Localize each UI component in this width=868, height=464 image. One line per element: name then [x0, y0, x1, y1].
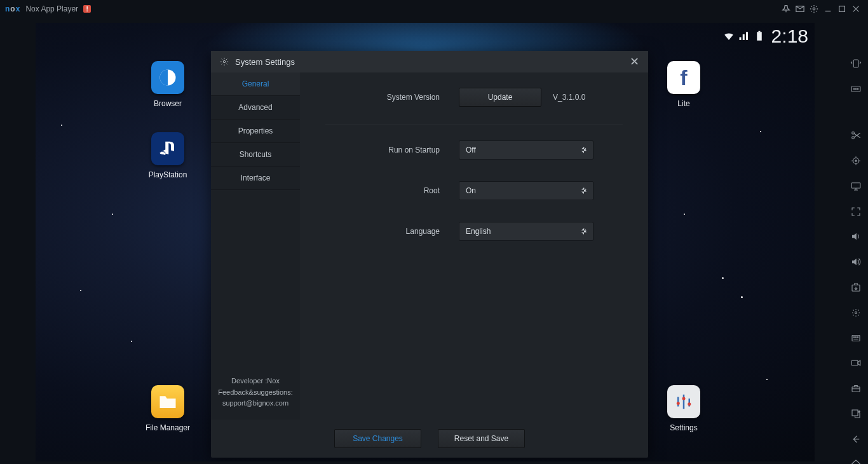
- update-button[interactable]: Update: [459, 88, 541, 107]
- minimize-button[interactable]: [821, 2, 835, 16]
- side-toolbar: [844, 23, 868, 464]
- svg-rect-4: [758, 31, 760, 32]
- svg-point-18: [855, 160, 857, 161]
- app-filemanager-label: File Manager: [146, 423, 190, 432]
- svg-point-14: [857, 88, 858, 90]
- window-titlebar: nox Nox App Player !: [0, 0, 868, 18]
- app-playstation[interactable]: PlayStation: [142, 132, 193, 179]
- gear-icon: [220, 57, 229, 66]
- svg-rect-26: [851, 361, 858, 366]
- apk-install-icon[interactable]: [850, 281, 862, 294]
- battery-icon: [754, 31, 765, 42]
- svg-point-23: [853, 336, 855, 338]
- shake-icon[interactable]: [850, 57, 862, 70]
- svg-point-12: [853, 88, 855, 90]
- app-lite[interactable]: f Lite: [658, 61, 709, 108]
- select-language[interactable]: English: [459, 222, 593, 241]
- svg-point-15: [852, 132, 855, 135]
- svg-rect-3: [757, 32, 762, 41]
- svg-rect-22: [852, 335, 860, 341]
- app-settings-label: Settings: [670, 423, 697, 432]
- pin-icon[interactable]: [779, 2, 793, 16]
- mail-icon[interactable]: [793, 2, 807, 16]
- settings-sidebar: General Advanced Properties Shortcuts In…: [211, 72, 300, 420]
- video-recorder-icon[interactable]: [850, 357, 862, 369]
- developer-info: Developer :Nox Feedback&suggestions: sup…: [211, 369, 300, 420]
- select-root[interactable]: On: [459, 181, 593, 200]
- fullscreen-icon[interactable]: [850, 205, 862, 218]
- app-playstation-label: PlayStation: [149, 170, 187, 179]
- settings-content: System Version Update V_3.1.0.0 Run on S…: [300, 72, 648, 420]
- tab-shortcuts[interactable]: Shortcuts: [211, 143, 300, 167]
- android-statusbar: 2:18: [723, 25, 808, 47]
- status-time: 2:18: [771, 25, 808, 47]
- svg-point-16: [852, 137, 855, 139]
- wifi-icon: [723, 31, 735, 42]
- volume-down-icon[interactable]: [850, 256, 862, 268]
- label-language: Language: [325, 227, 459, 236]
- nox-logo: nox: [5, 4, 20, 13]
- svg-rect-10: [853, 60, 858, 67]
- multi-instance-icon[interactable]: [850, 306, 862, 319]
- home-icon[interactable]: [850, 458, 862, 464]
- back-icon[interactable]: [850, 433, 862, 446]
- svg-rect-28: [852, 410, 858, 416]
- label-root: Root: [325, 186, 459, 195]
- tab-interface[interactable]: Interface: [211, 167, 300, 190]
- settings-dialog: System Settings ✕ General Advanced Prope…: [211, 51, 648, 458]
- svg-point-8: [688, 402, 691, 406]
- maximize-button[interactable]: [835, 2, 849, 16]
- save-changes-button[interactable]: Save Changes: [334, 429, 421, 448]
- select-run-on-startup[interactable]: Off: [459, 140, 593, 160]
- macro-recorder-icon[interactable]: [850, 332, 862, 345]
- dialog-header: System Settings ✕: [211, 51, 648, 72]
- toolbox-icon[interactable]: [850, 382, 862, 395]
- svg-point-9: [223, 60, 226, 63]
- svg-rect-27: [852, 387, 860, 392]
- location-icon[interactable]: [850, 154, 862, 167]
- svg-rect-19: [851, 183, 860, 188]
- app-settings[interactable]: Settings: [658, 385, 709, 432]
- scissors-icon[interactable]: [850, 129, 862, 142]
- svg-point-1: [813, 8, 815, 10]
- dialog-footer: Save Changes Reset and Save: [211, 420, 648, 458]
- tab-advanced[interactable]: Advanced: [211, 96, 300, 119]
- svg-point-21: [855, 311, 857, 313]
- signal-icon: [738, 31, 750, 42]
- window-title: Nox App Player: [25, 4, 78, 13]
- dialog-title: System Settings: [235, 57, 295, 67]
- svg-point-6: [677, 402, 680, 405]
- app-browser[interactable]: Browser: [142, 61, 193, 108]
- svg-point-25: [857, 336, 858, 338]
- dialog-close-button[interactable]: ✕: [630, 56, 639, 67]
- keyboard-control-icon[interactable]: [850, 83, 862, 95]
- svg-point-24: [855, 336, 857, 338]
- gear-icon[interactable]: [807, 2, 821, 16]
- alert-badge[interactable]: !: [83, 5, 91, 13]
- reset-and-save-button[interactable]: Reset and Save: [438, 429, 525, 448]
- svg-point-7: [682, 397, 686, 400]
- tab-properties[interactable]: Properties: [211, 119, 300, 143]
- add-window-icon[interactable]: [850, 407, 862, 420]
- version-value: V_3.1.0.0: [553, 93, 585, 102]
- app-lite-label: Lite: [677, 99, 689, 108]
- my-computer-icon[interactable]: [850, 180, 862, 193]
- app-filemanager[interactable]: File Manager: [142, 385, 193, 432]
- app-browser-label: Browser: [154, 99, 182, 108]
- svg-point-13: [855, 88, 857, 90]
- svg-rect-2: [839, 6, 845, 12]
- label-system-version: System Version: [325, 93, 459, 102]
- emulator-screen: 2:18 Browser PlayStation File Manager f …: [36, 23, 815, 461]
- close-button[interactable]: [849, 2, 863, 16]
- volume-up-icon[interactable]: [850, 231, 862, 243]
- label-run-on-startup: Run on Startup: [325, 146, 459, 154]
- tab-general[interactable]: General: [211, 72, 300, 96]
